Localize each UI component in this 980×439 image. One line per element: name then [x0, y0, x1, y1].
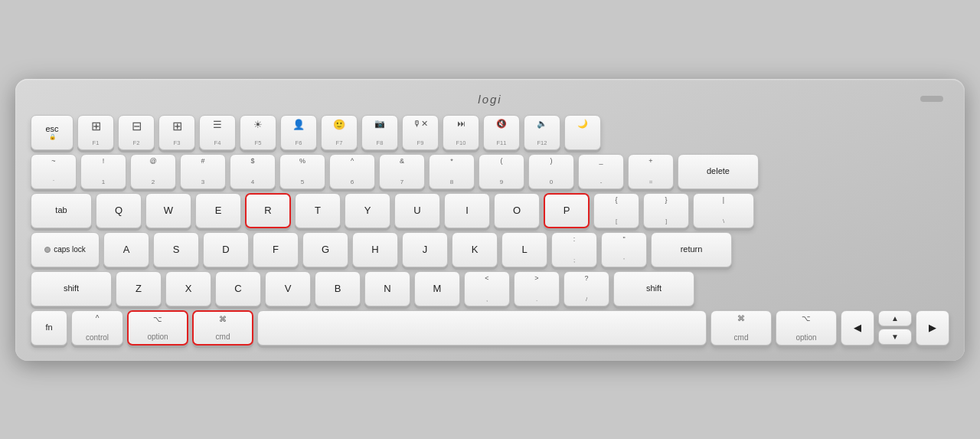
zxcv-row: shift Z X C V B N M <,: [31, 271, 949, 306]
key-v[interactable]: V: [265, 271, 311, 306]
key-shift-left[interactable]: shift: [31, 271, 112, 306]
key-slash[interactable]: ?/: [564, 271, 609, 306]
key-5[interactable]: %5: [279, 154, 325, 189]
key-quote[interactable]: "': [601, 232, 647, 267]
key-2[interactable]: @2: [130, 154, 176, 189]
key-equals[interactable]: +=: [628, 154, 674, 189]
key-g[interactable]: G: [302, 232, 348, 267]
key-backslash[interactable]: |\: [693, 193, 754, 228]
key-a[interactable]: A: [103, 232, 149, 267]
key-arrow-left[interactable]: ◀: [841, 310, 874, 346]
key-return[interactable]: return: [651, 232, 732, 267]
key-f5[interactable]: ☀ F5: [240, 115, 276, 150]
key-s[interactable]: S: [153, 232, 199, 267]
key-p[interactable]: P: [544, 193, 590, 228]
key-arrow-up[interactable]: ▲: [878, 310, 912, 326]
key-7[interactable]: &7: [379, 154, 425, 189]
key-minus[interactable]: _-: [578, 154, 624, 189]
key-f2[interactable]: ⊟ F2: [118, 115, 155, 150]
key-6[interactable]: ^6: [329, 154, 375, 189]
power-indicator: [920, 96, 943, 102]
number-row: ~` !1 @2 #3 $4 %5 ^6 &7: [31, 154, 949, 189]
key-arrow-right[interactable]: ▶: [916, 310, 949, 346]
key-1[interactable]: !1: [80, 154, 126, 189]
key-r[interactable]: R: [245, 193, 291, 228]
qwerty-row: tab Q W E R T Y U I: [31, 193, 949, 228]
key-bracket-l[interactable]: {[: [593, 193, 639, 228]
key-f6[interactable]: 👤 F6: [280, 115, 317, 150]
key-f8[interactable]: 📷 F8: [361, 115, 398, 150]
arrow-up-down-group: ▲ ▼: [878, 310, 912, 346]
key-n[interactable]: N: [364, 271, 410, 306]
asdf-row: caps lock A S D F G H J: [31, 232, 949, 267]
keyboard: logi esc 🔒 ⊞ F1 ⊟ F2: [15, 79, 965, 361]
key-f7[interactable]: 🙂 F7: [321, 115, 358, 150]
key-4[interactable]: $4: [230, 154, 276, 189]
key-8[interactable]: *8: [429, 154, 475, 189]
key-fn[interactable]: fn: [31, 310, 67, 346]
key-h[interactable]: H: [352, 232, 398, 267]
key-tilde[interactable]: ~`: [31, 154, 77, 189]
key-cmd-left[interactable]: ⌘ cmd: [192, 310, 253, 346]
key-f11[interactable]: 🔇 F11: [483, 115, 520, 150]
key-e[interactable]: E: [195, 193, 241, 228]
key-c[interactable]: C: [215, 271, 261, 306]
key-b[interactable]: B: [315, 271, 361, 306]
keyboard-rows: esc 🔒 ⊞ F1 ⊟ F2 ⊞ F3: [31, 115, 949, 346]
key-m[interactable]: M: [414, 271, 460, 306]
key-shift-right[interactable]: shift: [613, 271, 694, 306]
key-period[interactable]: >.: [514, 271, 560, 306]
key-t[interactable]: T: [295, 193, 341, 228]
key-w[interactable]: W: [145, 193, 191, 228]
key-delete[interactable]: delete: [678, 154, 759, 189]
key-arrow-down[interactable]: ▼: [878, 329, 912, 345]
key-3[interactable]: #3: [180, 154, 226, 189]
key-option-right[interactable]: ⌥ option: [776, 310, 837, 346]
key-cmd-right[interactable]: ⌘ cmd: [710, 310, 772, 346]
key-bracket-r[interactable]: }]: [643, 193, 689, 228]
key-j[interactable]: J: [402, 232, 448, 267]
key-f1[interactable]: ⊞ F1: [77, 115, 114, 150]
key-9[interactable]: (9: [479, 154, 524, 189]
bottom-row: fn ^ control ⌥ option ⌘ cmd: [31, 310, 949, 346]
key-do-not-disturb[interactable]: 🌙: [564, 115, 601, 150]
key-f[interactable]: F: [253, 232, 299, 267]
key-f10[interactable]: ⏭ F10: [443, 115, 479, 150]
key-space[interactable]: [257, 310, 707, 346]
key-f12[interactable]: 🔈 F12: [524, 115, 560, 150]
key-d[interactable]: D: [203, 232, 249, 267]
key-y[interactable]: Y: [345, 193, 390, 228]
key-option-left[interactable]: ⌥ option: [127, 310, 188, 346]
key-o[interactable]: O: [494, 193, 540, 228]
key-x[interactable]: X: [165, 271, 211, 306]
key-i[interactable]: I: [444, 193, 490, 228]
key-tab[interactable]: tab: [31, 193, 92, 228]
key-semicolon[interactable]: :;: [551, 232, 597, 267]
key-u[interactable]: U: [394, 193, 440, 228]
key-comma[interactable]: <,: [464, 271, 510, 306]
key-esc[interactable]: esc 🔒: [31, 115, 74, 150]
key-caps-lock[interactable]: caps lock: [31, 232, 100, 267]
brand-logo: logi: [31, 93, 949, 106]
fn-row: esc 🔒 ⊞ F1 ⊟ F2 ⊞ F3: [31, 115, 949, 150]
key-z[interactable]: Z: [116, 271, 162, 306]
key-q[interactable]: Q: [96, 193, 142, 228]
key-control[interactable]: ^ control: [71, 310, 123, 346]
key-f4[interactable]: ☰ F4: [199, 115, 236, 150]
key-k[interactable]: K: [452, 232, 498, 267]
key-l[interactable]: L: [501, 232, 547, 267]
key-0[interactable]: )0: [528, 154, 574, 189]
key-f3[interactable]: ⊞ F3: [158, 115, 195, 150]
key-f9[interactable]: 🎙✕ F9: [402, 115, 439, 150]
